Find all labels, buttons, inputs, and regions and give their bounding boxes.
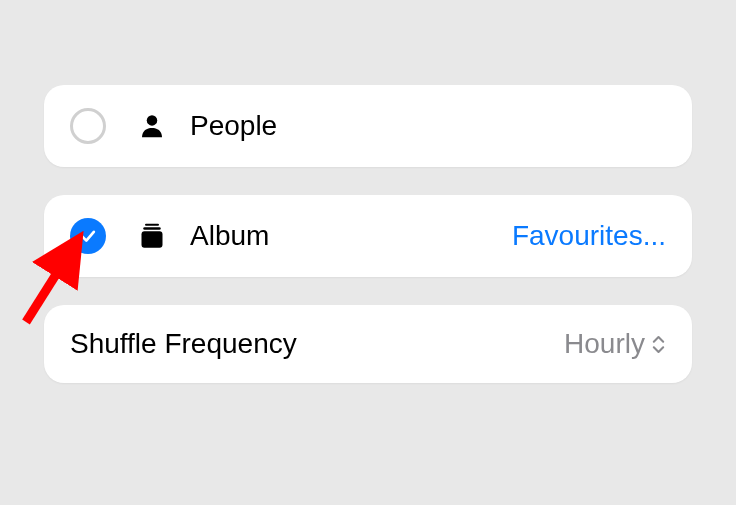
option-album-card: Album Favourites... [44, 195, 692, 277]
radio-people-unchecked[interactable] [70, 108, 106, 144]
option-people-card: People [44, 85, 692, 167]
chevron-up-down-icon [651, 334, 666, 355]
svg-rect-2 [143, 227, 161, 230]
shuffle-label: Shuffle Frequency [70, 328, 564, 360]
option-album-label: Album [190, 220, 512, 252]
shuffle-row[interactable]: Shuffle Frequency Hourly [44, 305, 692, 383]
svg-rect-3 [142, 231, 163, 247]
option-album-value[interactable]: Favourites... [512, 220, 666, 252]
person-icon [136, 110, 168, 142]
option-people-label: People [190, 110, 666, 142]
option-people-row[interactable]: People [44, 85, 692, 167]
option-album-row[interactable]: Album Favourites... [44, 195, 692, 277]
album-stack-icon [136, 220, 168, 252]
svg-rect-1 [145, 224, 159, 226]
shuffle-value: Hourly [564, 328, 645, 360]
shuffle-value-wrap[interactable]: Hourly [564, 328, 666, 360]
svg-point-0 [147, 115, 158, 126]
shuffle-card: Shuffle Frequency Hourly [44, 305, 692, 383]
checkmark-icon [78, 226, 98, 246]
radio-album-checked[interactable] [70, 218, 106, 254]
